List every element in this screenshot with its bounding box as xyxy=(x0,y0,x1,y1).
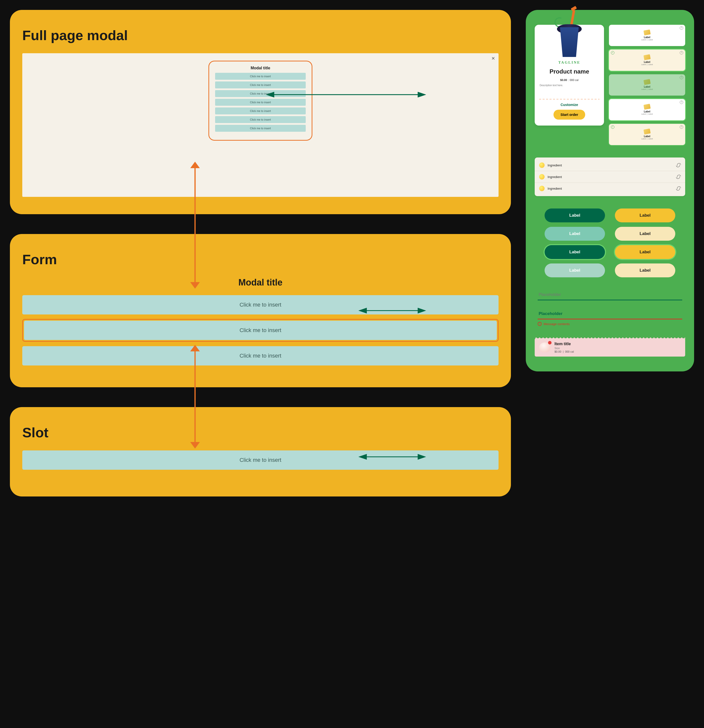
pill-button[interactable]: Label xyxy=(615,208,675,222)
error-message: ! Message contents xyxy=(538,322,682,326)
help-icon[interactable]: ? xyxy=(680,101,683,104)
product-name: Product name xyxy=(535,68,604,75)
components-panel: TAGLINE Product name $0.00|000 cal Descr… xyxy=(526,10,694,371)
cart-item-row[interactable]: Item title Size $0.00 | 000 cal xyxy=(535,338,685,357)
thumbnail-icon xyxy=(643,79,651,85)
icecream-icon xyxy=(539,342,551,352)
help-icon[interactable]: ? xyxy=(680,51,683,55)
card-sublabels: Label|Label xyxy=(641,138,654,140)
close-icon[interactable]: ✕ xyxy=(491,56,495,61)
form-slot-outlined: Click me to insert xyxy=(22,319,499,342)
thumbnail-icon xyxy=(643,129,651,134)
ingredient-list: IngredientIngredientIngredient xyxy=(535,157,685,196)
thumbnail-icon xyxy=(643,104,651,110)
modal-title: Modal title xyxy=(213,66,308,70)
ingredient-row[interactable]: Ingredient xyxy=(535,159,685,171)
start-order-button[interactable]: Start order xyxy=(554,110,585,120)
option-card[interactable]: ?LabelLabel|Label xyxy=(609,99,685,120)
pill-button[interactable]: Label xyxy=(545,208,605,222)
pill-button[interactable]: Label xyxy=(545,263,605,277)
pill-button[interactable]: Label xyxy=(615,245,675,259)
modal-inner-outline: Modal title Click me to insertClick me t… xyxy=(208,61,312,141)
swap-icon[interactable] xyxy=(676,175,681,179)
ingredient-row[interactable]: Ingredient xyxy=(535,182,685,194)
ingredient-name: Ingredient xyxy=(548,163,673,167)
card-label: Label xyxy=(644,85,650,88)
option-card[interactable]: ?LabelLabel|Label xyxy=(609,74,685,95)
modal-slot[interactable]: Click me to insert xyxy=(215,99,306,106)
slot-heading: Slot xyxy=(22,425,499,441)
card-sublabels: Label|Label xyxy=(641,88,654,90)
option-card[interactable]: ✓?LabelLabel|Label xyxy=(609,49,685,71)
product-price-cal: $0.00|000 cal xyxy=(535,78,604,81)
item-size: Size xyxy=(554,347,574,350)
form-slot[interactable]: Click me to insert xyxy=(24,321,497,340)
slot[interactable]: Click me to insert xyxy=(22,451,499,470)
form-slot[interactable]: Click me to insert xyxy=(22,346,499,365)
item-price-cal: $0.00 | 000 cal xyxy=(554,350,574,353)
product-card[interactable]: TAGLINE Product name $0.00|000 cal Descr… xyxy=(535,25,604,126)
card-label: Label xyxy=(644,61,650,64)
thumbnail-icon xyxy=(643,54,651,60)
form-slot[interactable]: Click me to insert xyxy=(22,295,499,315)
pill-button[interactable]: Label xyxy=(545,227,605,241)
option-card[interactable]: ✓?LabelLabel|Label xyxy=(609,124,685,145)
modal-slot[interactable]: Click me to insert xyxy=(215,81,306,88)
product-tagline: TAGLINE xyxy=(535,61,604,65)
text-input[interactable] xyxy=(538,290,682,300)
slot-panel: Slot Click me to insert xyxy=(10,407,511,497)
ingredient-name: Ingredient xyxy=(548,187,673,191)
help-icon[interactable]: ? xyxy=(680,76,683,79)
option-card[interactable]: ?LabelLabel|Label xyxy=(609,25,685,46)
card-label: Label xyxy=(644,135,650,138)
modal-slot[interactable]: Click me to insert xyxy=(215,90,306,97)
swap-icon[interactable] xyxy=(676,163,681,168)
modal-slot[interactable]: Click me to insert xyxy=(215,73,306,80)
pill-button[interactable]: Label xyxy=(545,245,605,259)
card-sublabels: Label|Label xyxy=(641,39,654,41)
customize-link[interactable]: Customize xyxy=(535,103,604,107)
card-label: Label xyxy=(644,110,650,113)
form-heading: Form xyxy=(22,251,499,267)
text-input-error[interactable] xyxy=(538,309,682,319)
form-panel: Form Modal title Click me to insert Clic… xyxy=(10,234,511,387)
help-icon[interactable]: ? xyxy=(680,26,683,30)
modal-slot[interactable]: Click me to insert xyxy=(215,116,306,123)
form-modal-title: Modal title xyxy=(22,277,499,288)
ingredient-row[interactable]: Ingredient xyxy=(535,171,685,182)
modal-slot[interactable]: Click me to insert xyxy=(215,107,306,114)
fullpage-modal-panel: Full page modal ✕ Modal title Click me t… xyxy=(10,10,511,214)
check-icon: ✓ xyxy=(611,51,615,55)
card-sublabels: Label|Label xyxy=(641,64,654,66)
help-icon[interactable]: ? xyxy=(680,125,683,129)
swap-icon[interactable] xyxy=(676,186,681,191)
pill-button[interactable]: Label xyxy=(615,227,675,241)
check-icon: ✓ xyxy=(611,125,615,129)
ingredient-name: Ingredient xyxy=(548,175,673,179)
banana-icon xyxy=(539,174,545,179)
banana-icon xyxy=(539,162,545,168)
card-label: Label xyxy=(644,36,650,39)
card-sublabels: Label|Label xyxy=(641,113,654,115)
product-image-icon xyxy=(552,12,587,57)
fullpage-modal-heading: Full page modal xyxy=(22,27,499,43)
thumbnail-icon xyxy=(643,29,651,35)
modal-slot[interactable]: Click me to insert xyxy=(215,125,306,132)
warning-icon: ! xyxy=(538,322,542,326)
pill-button[interactable]: Label xyxy=(615,263,675,277)
modal-shell: ✕ Modal title Click me to insertClick me… xyxy=(22,53,499,197)
item-title: Item title xyxy=(554,342,574,346)
product-description: Description text here. xyxy=(535,84,604,87)
banana-icon xyxy=(539,186,545,191)
